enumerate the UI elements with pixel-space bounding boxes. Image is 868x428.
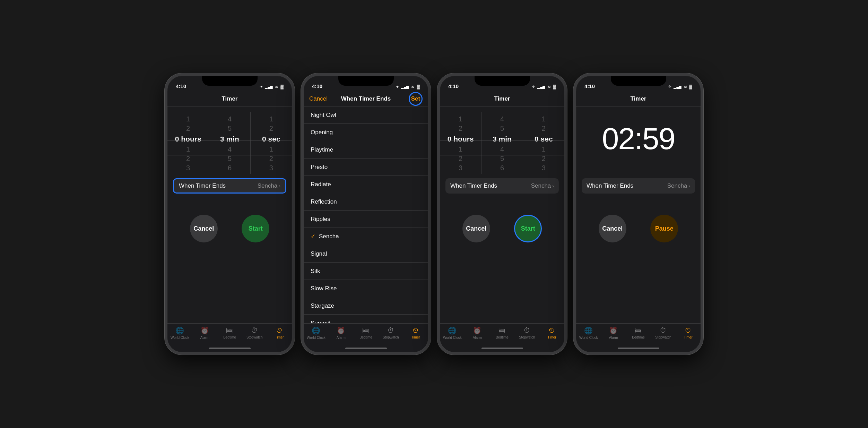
phone-phone3: 4:10 ✈ ▂▄▆ ≋ ▓ Timer 120 hours123453 min… [437,73,567,355]
set-button[interactable]: Set [409,92,423,106]
nav-title: Timer [631,95,646,102]
countdown-time: 02:59 [602,121,675,156]
wifi-icon: ≋ [275,84,278,89]
power-button[interactable] [702,138,703,159]
volume-up-button[interactable] [437,142,439,163]
list-item-text-10: Slow Rise [311,285,337,292]
list-item-9[interactable]: Silk [304,263,428,280]
pause-button[interactable]: Pause [650,215,678,242]
cancel-button[interactable]: Cancel [309,95,328,102]
tab-item-1[interactable]: ⏰ Alarm [465,326,490,340]
list-item-10[interactable]: Slow Rise [304,280,428,297]
start-button[interactable]: Start [242,215,269,242]
battery-icon: ▓ [553,84,556,89]
list-screen[interactable]: Night Owl Opening Playtime Presto Radiat… [304,106,428,323]
plane-icon: ✈ [396,85,399,89]
list-item-5[interactable]: Reflection [304,193,428,211]
tab-item-3[interactable]: ⏱ Stopwatch [514,326,539,339]
list-item-6[interactable]: Ripples [304,211,428,228]
home-indicator [481,348,523,349]
list-item-11[interactable]: Stargaze [304,297,428,315]
tab-icon-4: ⏲ [276,326,283,334]
cancel-button[interactable]: Cancel [190,215,218,242]
home-indicator [345,348,387,349]
timer-ends-row[interactable]: When Timer Ends Sencha › [445,178,559,194]
picker-item: 6 [228,164,232,172]
list-item-4[interactable]: Radiate [304,176,428,193]
list-item-8[interactable]: Signal [304,245,428,263]
timer-ends-row[interactable]: When Timer Ends Sencha › [173,178,286,194]
tab-icon-4: ⏲ [685,326,692,334]
volume-down-button[interactable] [573,168,575,189]
tab-label-2: Bedtime [359,335,372,339]
tab-icon-2: 🛏 [498,326,505,334]
tab-item-4[interactable]: ⏲ Timer [403,326,428,339]
tab-item-1[interactable]: ⏰ Alarm [329,326,354,340]
mute-button[interactable] [573,125,575,136]
tab-item-2[interactable]: 🛏 Bedtime [626,326,651,339]
picker-item: 2 [269,125,273,132]
status-icons: ✈ ▂▄▆ ≋ ▓ [396,84,420,89]
picker-item: 4 [500,115,504,123]
status-icons: ✈ ▂▄▆ ≋ ▓ [668,84,692,89]
tab-label-0: World Clock [307,336,326,340]
tab-icon-2: 🛏 [226,326,233,334]
volume-up-button[interactable] [301,142,302,163]
tab-item-4[interactable]: ⏲ Timer [267,326,292,339]
picker-highlight [167,140,292,155]
power-button[interactable] [566,138,567,159]
start-button[interactable]: Start [514,215,542,242]
list-item-0[interactable]: Night Owl [304,106,428,124]
tab-label-1: Alarm [609,336,618,340]
tab-item-3[interactable]: ⏱ Stopwatch [378,326,403,339]
tab-item-0[interactable]: 🌐 World Clock [440,326,465,340]
list-item-text-0: Night Owl [311,112,336,119]
picker-item: 2 [542,155,546,163]
picker-item: 2 [269,155,273,163]
tab-item-0[interactable]: 🌐 World Clock [304,326,329,340]
tab-label-3: Stopwatch [383,335,399,339]
list-item-7[interactable]: ✓ Sencha [304,228,428,245]
tab-item-2[interactable]: 🛏 Bedtime [490,326,515,339]
tab-icon-3: ⏱ [251,326,258,334]
tab-item-3[interactable]: ⏱ Stopwatch [242,326,267,339]
power-button[interactable] [429,138,431,159]
tab-item-0[interactable]: 🌐 World Clock [167,326,192,340]
power-button[interactable] [293,138,295,159]
plane-icon: ✈ [532,85,535,89]
list-item-2[interactable]: Playtime [304,141,428,159]
tab-item-1[interactable]: ⏰ Alarm [192,326,217,340]
volume-up-button[interactable] [165,142,166,163]
volume-down-button[interactable] [165,168,166,189]
list-item-12[interactable]: Summit [304,315,428,323]
volume-down-button[interactable] [301,168,302,189]
status-time: 4:10 [448,83,459,89]
cancel-button[interactable]: Cancel [599,215,626,242]
tab-icon-3: ⏱ [387,326,394,334]
list-item-1[interactable]: Opening [304,124,428,141]
timer-ends-row[interactable]: When Timer Ends Sencha › [582,178,695,194]
tab-item-4[interactable]: ⏲ Timer [676,326,701,339]
wifi-icon: ≋ [684,84,687,89]
list-item-3[interactable]: Presto [304,159,428,176]
mute-button[interactable] [301,125,302,136]
tab-item-1[interactable]: ⏰ Alarm [601,326,626,340]
tab-item-2[interactable]: 🛏 Bedtime [217,326,242,339]
mute-button[interactable] [437,125,439,136]
tab-item-2[interactable]: 🛏 Bedtime [354,326,379,339]
volume-down-button[interactable] [437,168,439,189]
tab-item-4[interactable]: ⏲ Timer [539,326,564,339]
mute-button[interactable] [165,125,166,136]
picker-item: 5 [228,125,232,132]
nav-title: When Timer Ends [341,95,391,102]
picker-item: 1 [186,115,190,123]
tab-icon-2: 🛏 [635,326,642,334]
tab-item-3[interactable]: ⏱ Stopwatch [651,326,676,339]
list-item-text-8: Signal [311,250,327,257]
plane-icon: ✈ [260,85,263,89]
picker-item: 2 [542,125,546,132]
volume-up-button[interactable] [573,142,575,163]
tab-item-0[interactable]: 🌐 World Clock [576,326,601,340]
cancel-button[interactable]: Cancel [462,215,490,242]
status-time: 4:10 [176,83,186,89]
